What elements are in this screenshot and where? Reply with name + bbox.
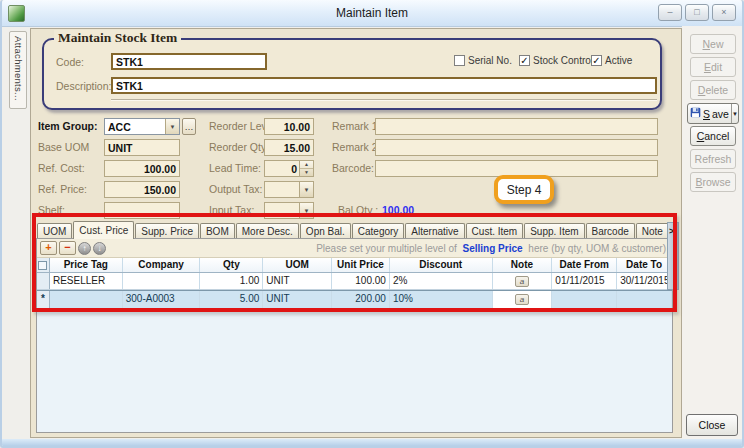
description-value: STK1 — [116, 80, 143, 92]
tab-panel: UOM Cust. Price Supp. Price BOM More Des… — [36, 221, 673, 433]
tab-cust-price[interactable]: Cust. Price — [73, 221, 134, 239]
col-uom[interactable]: UOM — [263, 258, 332, 272]
close-icon[interactable]: × — [712, 4, 736, 21]
cell-date-from — [552, 291, 617, 308]
tab-strip: UOM Cust. Price Supp. Price BOM More Des… — [36, 221, 673, 239]
move-up-icon[interactable]: ↑ — [78, 242, 91, 255]
spinner-up-icon[interactable]: ▲ — [300, 161, 313, 169]
cell-note: a — [493, 273, 553, 289]
description-field[interactable]: STK1 — [111, 77, 657, 94]
reorder-qty-field[interactable]: 15.00 — [264, 139, 314, 156]
cell-discount: 10% — [390, 291, 493, 308]
add-row-icon[interactable]: + — [40, 241, 57, 255]
item-group-dropdown-icon[interactable]: ▼ — [165, 119, 179, 134]
cell-company — [123, 273, 201, 289]
table-row-selected[interactable]: * 300-A0003 5.00 UNIT 200.00 10% a — [37, 290, 672, 309]
spinner-down-icon[interactable]: ▼ — [300, 169, 313, 176]
maximize-icon[interactable]: □ — [685, 4, 709, 21]
edit-button[interactable]: Edit — [690, 57, 736, 77]
cell-date-to — [617, 291, 672, 308]
code-field[interactable]: STK1 — [111, 53, 267, 70]
ref-cost-field[interactable]: 100.00 — [104, 160, 180, 177]
item-group-browse-button[interactable]: … — [182, 118, 196, 135]
save-main[interactable]: Save — [688, 107, 731, 120]
lead-time-spinner[interactable]: ▲ ▼ — [299, 161, 313, 176]
tab-uom[interactable]: UOM — [37, 223, 72, 239]
minimize-icon[interactable]: – — [658, 4, 682, 21]
tab-category[interactable]: Category — [352, 223, 405, 239]
col-date-from[interactable]: Date From — [552, 258, 617, 272]
col-qty[interactable]: Qty — [200, 258, 263, 272]
window-frame-bottom — [2, 439, 742, 446]
checkbox-checked-icon: ✓ — [519, 55, 530, 66]
remark1-field[interactable] — [375, 118, 658, 135]
base-uom-value: UNIT — [108, 142, 133, 154]
shelf-field[interactable] — [104, 202, 180, 219]
new-button[interactable]: New — [690, 34, 736, 54]
col-discount[interactable]: Discount — [390, 258, 493, 272]
table-row[interactable]: RESELLER 1.00 UNIT 100.00 2% a 01/11/201… — [37, 273, 672, 290]
lead-time-field[interactable]: 0 ▲ ▼ — [264, 160, 314, 177]
cell-unit-price: 200.00 — [332, 291, 390, 308]
cust-price-panel: + − ↑ ↓ Please set your multiple level o… — [36, 238, 673, 433]
col-unit-price[interactable]: Unit Price — [332, 258, 390, 272]
tab-note[interactable]: Note — [636, 223, 669, 239]
ref-cost-label: Ref. Cost: — [38, 162, 85, 174]
stock-item-groupbox: Maintain Stock Item Code: STK1 Serial No… — [42, 38, 662, 110]
barcode-label: Barcode: — [332, 162, 374, 174]
tab-supp-price[interactable]: Supp. Price — [135, 223, 199, 239]
item-group-combo[interactable]: ACC ▼ — [104, 118, 180, 135]
serial-no-label: Serial No. — [468, 55, 512, 66]
remark2-label: Remark 2: — [332, 141, 380, 153]
close-button[interactable]: Close — [686, 414, 738, 436]
tab-scroll-icon[interactable]: > — [669, 226, 674, 236]
ref-price-value: 150.00 — [144, 184, 176, 196]
active-checkbox[interactable]: ✓ Active — [591, 55, 632, 66]
move-down-icon[interactable]: ↓ — [93, 242, 106, 255]
description-label: Description: — [56, 80, 111, 92]
cell-qty: 5.00 — [200, 291, 263, 308]
stock-control-checkbox[interactable]: ✓ Stock Control — [519, 55, 593, 66]
tab-cust-item[interactable]: Cust. Item — [466, 223, 524, 239]
ref-cost-value: 100.00 — [144, 163, 176, 175]
attachments-tab[interactable]: Attachments... — [9, 31, 27, 109]
output-tax-combo[interactable]: ▼ — [264, 181, 314, 198]
groupbox-heading: Maintain Stock Item — [54, 30, 181, 46]
save-dropdown-icon[interactable]: ▼ — [731, 104, 738, 123]
input-tax-combo[interactable]: ▼ — [264, 202, 314, 219]
col-company[interactable]: Company — [123, 258, 201, 272]
col-note[interactable]: Note — [493, 258, 553, 272]
tab-opn-bal[interactable]: Opn Bal. — [300, 223, 351, 239]
output-tax-dropdown-icon[interactable]: ▼ — [299, 182, 313, 197]
delete-button[interactable]: Delete — [690, 80, 736, 100]
cell-discount: 2% — [390, 273, 493, 289]
remove-row-icon[interactable]: − — [59, 241, 76, 255]
checkbox-checked-icon: ✓ — [591, 55, 602, 66]
code-value: STK1 — [116, 56, 143, 68]
refresh-button[interactable]: Refresh — [690, 149, 736, 169]
col-date-to[interactable]: Date To — [617, 258, 672, 272]
tab-barcode[interactable]: Barcode — [586, 223, 635, 239]
lead-time-value: 0 — [291, 163, 297, 175]
remark2-field[interactable] — [375, 139, 658, 156]
browse-button[interactable]: Browse — [690, 172, 736, 192]
serial-no-checkbox[interactable]: Serial No. — [454, 55, 512, 66]
cell-uom: UNIT — [263, 291, 332, 308]
tab-alternative[interactable]: Alternative — [405, 223, 464, 239]
tab-bom[interactable]: BOM — [200, 223, 235, 239]
note-editor-button[interactable]: a — [515, 276, 529, 287]
input-tax-dropdown-icon[interactable]: ▼ — [299, 203, 313, 218]
ref-price-field[interactable]: 150.00 — [104, 181, 180, 198]
tab-supp-item[interactable]: Supp. Item — [524, 223, 584, 239]
base-uom-field[interactable]: UNIT — [104, 139, 180, 156]
bal-qty-label: Bal Qty : — [338, 204, 378, 216]
cancel-button[interactable]: Cancel — [690, 126, 736, 146]
note-editor-button[interactable]: a — [515, 294, 529, 305]
save-button[interactable]: Save ▼ — [687, 103, 739, 124]
tab-more-desc[interactable]: More Desc. — [236, 223, 299, 239]
reorder-level-field[interactable]: 10.00 — [264, 118, 314, 135]
shelf-label: Shelf: — [38, 204, 65, 216]
hint-suffix: here (by qty, UOM & customer) — [528, 243, 666, 254]
selling-price-link[interactable]: Selling Price — [463, 243, 523, 254]
col-price-tag[interactable]: Price Tag — [50, 258, 123, 272]
